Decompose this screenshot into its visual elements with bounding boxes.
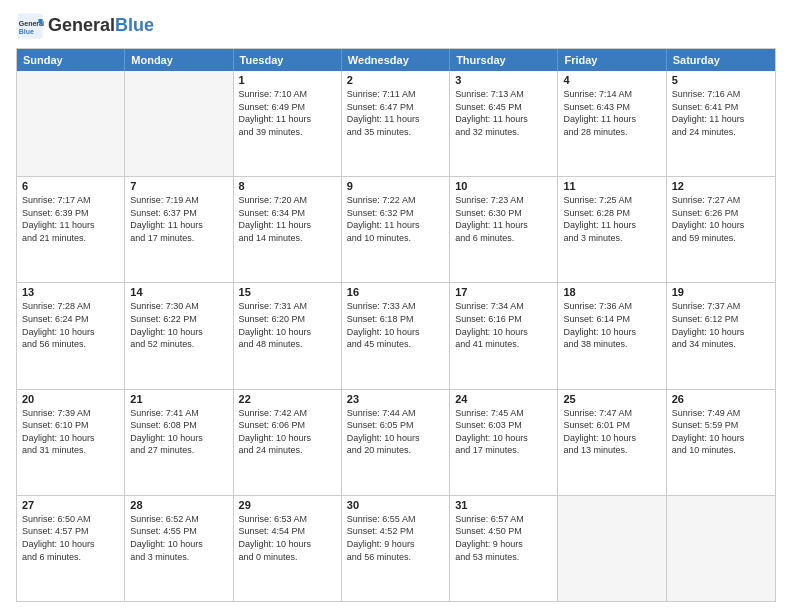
cell-info: Sunrise: 7:28 AMSunset: 6:24 PMDaylight:… (22, 300, 119, 350)
header: General Blue GeneralBlue (16, 12, 776, 40)
cell-info: Sunrise: 6:50 AMSunset: 4:57 PMDaylight:… (22, 513, 119, 563)
day-number: 4 (563, 74, 660, 86)
calendar-cell-r3c1: 13Sunrise: 7:28 AMSunset: 6:24 PMDayligh… (17, 283, 125, 388)
calendar-cell-r1c4: 2Sunrise: 7:11 AMSunset: 6:47 PMDaylight… (342, 71, 450, 176)
calendar-cell-r2c1: 6Sunrise: 7:17 AMSunset: 6:39 PMDaylight… (17, 177, 125, 282)
day-number: 9 (347, 180, 444, 192)
cell-info: Sunrise: 7:33 AMSunset: 6:18 PMDaylight:… (347, 300, 444, 350)
calendar-cell-r4c1: 20Sunrise: 7:39 AMSunset: 6:10 PMDayligh… (17, 390, 125, 495)
cell-info: Sunrise: 7:19 AMSunset: 6:37 PMDaylight:… (130, 194, 227, 244)
calendar-cell-r3c2: 14Sunrise: 7:30 AMSunset: 6:22 PMDayligh… (125, 283, 233, 388)
logo-text: GeneralBlue (48, 16, 154, 36)
calendar-cell-r3c4: 16Sunrise: 7:33 AMSunset: 6:18 PMDayligh… (342, 283, 450, 388)
cell-info: Sunrise: 7:39 AMSunset: 6:10 PMDaylight:… (22, 407, 119, 457)
calendar-cell-r2c6: 11Sunrise: 7:25 AMSunset: 6:28 PMDayligh… (558, 177, 666, 282)
calendar-cell-r5c2: 28Sunrise: 6:52 AMSunset: 4:55 PMDayligh… (125, 496, 233, 601)
day-number: 30 (347, 499, 444, 511)
cell-info: Sunrise: 7:45 AMSunset: 6:03 PMDaylight:… (455, 407, 552, 457)
day-number: 19 (672, 286, 770, 298)
calendar-cell-r1c7: 5Sunrise: 7:16 AMSunset: 6:41 PMDaylight… (667, 71, 775, 176)
day-number: 16 (347, 286, 444, 298)
calendar-cell-r1c6: 4Sunrise: 7:14 AMSunset: 6:43 PMDaylight… (558, 71, 666, 176)
cell-info: Sunrise: 7:16 AMSunset: 6:41 PMDaylight:… (672, 88, 770, 138)
cell-info: Sunrise: 7:44 AMSunset: 6:05 PMDaylight:… (347, 407, 444, 457)
calendar-cell-r4c3: 22Sunrise: 7:42 AMSunset: 6:06 PMDayligh… (234, 390, 342, 495)
cell-info: Sunrise: 7:22 AMSunset: 6:32 PMDaylight:… (347, 194, 444, 244)
cell-info: Sunrise: 7:47 AMSunset: 6:01 PMDaylight:… (563, 407, 660, 457)
weekday-header-friday: Friday (558, 49, 666, 71)
day-number: 17 (455, 286, 552, 298)
calendar-cell-r3c6: 18Sunrise: 7:36 AMSunset: 6:14 PMDayligh… (558, 283, 666, 388)
day-number: 2 (347, 74, 444, 86)
calendar-cell-r2c3: 8Sunrise: 7:20 AMSunset: 6:34 PMDaylight… (234, 177, 342, 282)
cell-info: Sunrise: 7:49 AMSunset: 5:59 PMDaylight:… (672, 407, 770, 457)
calendar-cell-r1c2 (125, 71, 233, 176)
calendar-cell-r5c3: 29Sunrise: 6:53 AMSunset: 4:54 PMDayligh… (234, 496, 342, 601)
cell-info: Sunrise: 7:42 AMSunset: 6:06 PMDaylight:… (239, 407, 336, 457)
weekday-header-wednesday: Wednesday (342, 49, 450, 71)
calendar-cell-r2c5: 10Sunrise: 7:23 AMSunset: 6:30 PMDayligh… (450, 177, 558, 282)
day-number: 25 (563, 393, 660, 405)
cell-info: Sunrise: 7:34 AMSunset: 6:16 PMDaylight:… (455, 300, 552, 350)
cell-info: Sunrise: 7:10 AMSunset: 6:49 PMDaylight:… (239, 88, 336, 138)
weekday-header-tuesday: Tuesday (234, 49, 342, 71)
day-number: 8 (239, 180, 336, 192)
calendar-cell-r5c5: 31Sunrise: 6:57 AMSunset: 4:50 PMDayligh… (450, 496, 558, 601)
day-number: 3 (455, 74, 552, 86)
day-number: 29 (239, 499, 336, 511)
calendar-cell-r4c6: 25Sunrise: 7:47 AMSunset: 6:01 PMDayligh… (558, 390, 666, 495)
calendar-cell-r1c1 (17, 71, 125, 176)
cell-info: Sunrise: 6:53 AMSunset: 4:54 PMDaylight:… (239, 513, 336, 563)
day-number: 6 (22, 180, 119, 192)
calendar-cell-r4c2: 21Sunrise: 7:41 AMSunset: 6:08 PMDayligh… (125, 390, 233, 495)
day-number: 1 (239, 74, 336, 86)
day-number: 15 (239, 286, 336, 298)
day-number: 31 (455, 499, 552, 511)
day-number: 7 (130, 180, 227, 192)
calendar-cell-r4c7: 26Sunrise: 7:49 AMSunset: 5:59 PMDayligh… (667, 390, 775, 495)
weekday-header-thursday: Thursday (450, 49, 558, 71)
cell-info: Sunrise: 7:37 AMSunset: 6:12 PMDaylight:… (672, 300, 770, 350)
calendar-cell-r5c1: 27Sunrise: 6:50 AMSunset: 4:57 PMDayligh… (17, 496, 125, 601)
cell-info: Sunrise: 7:27 AMSunset: 6:26 PMDaylight:… (672, 194, 770, 244)
calendar-cell-r5c6 (558, 496, 666, 601)
cell-info: Sunrise: 7:41 AMSunset: 6:08 PMDaylight:… (130, 407, 227, 457)
page: General Blue GeneralBlue SundayMondayTue… (0, 0, 792, 612)
calendar-cell-r5c7 (667, 496, 775, 601)
weekday-header-sunday: Sunday (17, 49, 125, 71)
day-number: 20 (22, 393, 119, 405)
calendar-body: 1Sunrise: 7:10 AMSunset: 6:49 PMDaylight… (17, 71, 775, 601)
calendar-cell-r1c3: 1Sunrise: 7:10 AMSunset: 6:49 PMDaylight… (234, 71, 342, 176)
day-number: 10 (455, 180, 552, 192)
day-number: 13 (22, 286, 119, 298)
day-number: 18 (563, 286, 660, 298)
day-number: 27 (22, 499, 119, 511)
cell-info: Sunrise: 7:20 AMSunset: 6:34 PMDaylight:… (239, 194, 336, 244)
cell-info: Sunrise: 7:14 AMSunset: 6:43 PMDaylight:… (563, 88, 660, 138)
cell-info: Sunrise: 6:57 AMSunset: 4:50 PMDaylight:… (455, 513, 552, 563)
calendar-cell-r2c7: 12Sunrise: 7:27 AMSunset: 6:26 PMDayligh… (667, 177, 775, 282)
day-number: 11 (563, 180, 660, 192)
weekday-header-monday: Monday (125, 49, 233, 71)
calendar-row-5: 27Sunrise: 6:50 AMSunset: 4:57 PMDayligh… (17, 495, 775, 601)
calendar-row-3: 13Sunrise: 7:28 AMSunset: 6:24 PMDayligh… (17, 282, 775, 388)
day-number: 26 (672, 393, 770, 405)
day-number: 22 (239, 393, 336, 405)
cell-info: Sunrise: 6:55 AMSunset: 4:52 PMDaylight:… (347, 513, 444, 563)
cell-info: Sunrise: 6:52 AMSunset: 4:55 PMDaylight:… (130, 513, 227, 563)
calendar-cell-r3c3: 15Sunrise: 7:31 AMSunset: 6:20 PMDayligh… (234, 283, 342, 388)
calendar-cell-r4c4: 23Sunrise: 7:44 AMSunset: 6:05 PMDayligh… (342, 390, 450, 495)
day-number: 23 (347, 393, 444, 405)
calendar-cell-r3c7: 19Sunrise: 7:37 AMSunset: 6:12 PMDayligh… (667, 283, 775, 388)
logo: General Blue GeneralBlue (16, 12, 154, 40)
calendar-cell-r3c5: 17Sunrise: 7:34 AMSunset: 6:16 PMDayligh… (450, 283, 558, 388)
calendar-cell-r2c2: 7Sunrise: 7:19 AMSunset: 6:37 PMDaylight… (125, 177, 233, 282)
cell-info: Sunrise: 7:36 AMSunset: 6:14 PMDaylight:… (563, 300, 660, 350)
calendar-cell-r1c5: 3Sunrise: 7:13 AMSunset: 6:45 PMDaylight… (450, 71, 558, 176)
day-number: 14 (130, 286, 227, 298)
calendar-cell-r2c4: 9Sunrise: 7:22 AMSunset: 6:32 PMDaylight… (342, 177, 450, 282)
day-number: 21 (130, 393, 227, 405)
day-number: 5 (672, 74, 770, 86)
calendar-row-2: 6Sunrise: 7:17 AMSunset: 6:39 PMDaylight… (17, 176, 775, 282)
cell-info: Sunrise: 7:30 AMSunset: 6:22 PMDaylight:… (130, 300, 227, 350)
